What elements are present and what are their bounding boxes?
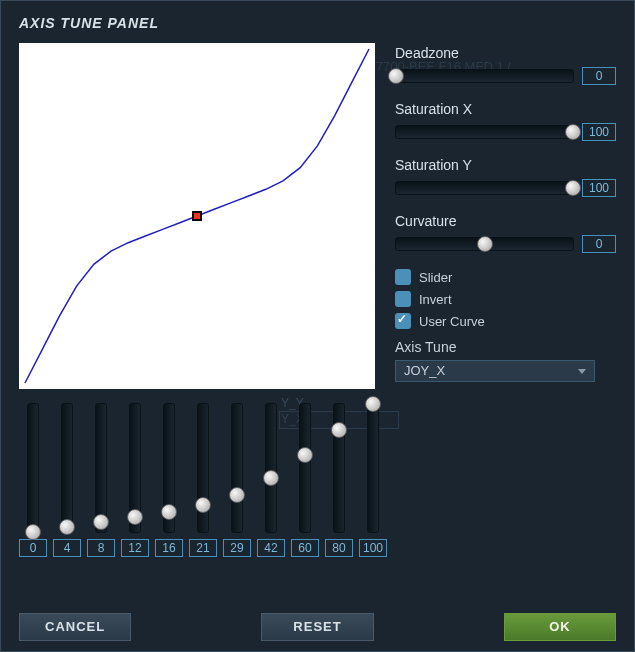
axis-tune-dropdown[interactable]: JOY_X	[395, 360, 595, 382]
checkbox-group: Slider Invert User Curve	[395, 269, 616, 329]
user-curve-slider-value[interactable]: 16	[155, 539, 183, 557]
deadzone-knob[interactable]	[388, 68, 404, 84]
satx-value[interactable]: 100	[582, 123, 616, 141]
user-curve-slider-knob[interactable]	[59, 519, 75, 535]
deadzone-label: Deadzone	[395, 45, 616, 61]
usercurve-checkbox[interactable]	[395, 313, 411, 329]
user-curve-slider-knob[interactable]	[161, 504, 177, 520]
curvature-control: Curvature 0	[395, 213, 616, 253]
user-curve-slider: 0	[19, 403, 47, 557]
cancel-button[interactable]: CANCEL	[19, 613, 131, 641]
user-curve-sliders: Y_Y Y_X 04812162129426080100	[1, 389, 634, 557]
user-curve-slider: 21	[189, 403, 217, 557]
deadzone-slider[interactable]	[395, 69, 574, 83]
user-curve-slider-knob[interactable]	[195, 497, 211, 513]
user-curve-slider-knob[interactable]	[93, 514, 109, 530]
usercurve-check-row[interactable]: User Curve	[395, 313, 616, 329]
user-curve-slider-track[interactable]	[333, 403, 345, 533]
user-curve-slider-value[interactable]: 42	[257, 539, 285, 557]
invert-check-label: Invert	[419, 292, 452, 307]
user-curve-slider: 8	[87, 403, 115, 557]
user-curve-slider-knob[interactable]	[25, 524, 41, 540]
usercurve-check-label: User Curve	[419, 314, 485, 329]
user-curve-slider-track[interactable]	[197, 403, 209, 533]
user-curve-slider-value[interactable]: 0	[19, 539, 47, 557]
axis-tune-value: JOY_X	[404, 363, 445, 378]
saty-value[interactable]: 100	[582, 179, 616, 197]
saty-knob[interactable]	[565, 180, 581, 196]
user-curve-slider-value[interactable]: 8	[87, 539, 115, 557]
deadzone-control: Deadzone 0	[395, 45, 616, 85]
user-curve-slider-value[interactable]: 29	[223, 539, 251, 557]
invert-check-row[interactable]: Invert	[395, 291, 616, 307]
panel-title: AXIS TUNE PANEL	[1, 1, 634, 41]
satx-knob[interactable]	[565, 124, 581, 140]
saty-slider[interactable]	[395, 181, 574, 195]
satx-control: Saturation X 100	[395, 101, 616, 141]
saty-control: Saturation Y 100	[395, 157, 616, 197]
button-row: CANCEL RESET OK	[1, 613, 634, 641]
user-curve-slider-value[interactable]: 4	[53, 539, 81, 557]
user-curve-slider: 4	[53, 403, 81, 557]
curve-center-marker[interactable]	[192, 211, 202, 221]
user-curve-slider-track[interactable]	[27, 403, 39, 533]
curvature-slider[interactable]	[395, 237, 574, 251]
user-curve-slider-value[interactable]: 21	[189, 539, 217, 557]
curvature-value[interactable]: 0	[582, 235, 616, 253]
user-curve-slider-track[interactable]	[163, 403, 175, 533]
user-curve-slider-track[interactable]	[231, 403, 243, 533]
curvature-label: Curvature	[395, 213, 616, 229]
invert-checkbox[interactable]	[395, 291, 411, 307]
user-curve-slider-track[interactable]	[95, 403, 107, 533]
user-curve-slider-knob[interactable]	[127, 509, 143, 525]
user-curve-slider-knob[interactable]	[263, 470, 279, 486]
controls-column: Deadzone 0 Saturation X 100	[395, 41, 616, 389]
user-curve-slider-knob[interactable]	[229, 487, 245, 503]
user-curve-slider: 12	[121, 403, 149, 557]
user-curve-slider-track[interactable]	[61, 403, 73, 533]
user-curve-slider-track[interactable]	[367, 403, 379, 533]
user-curve-slider-track[interactable]	[299, 403, 311, 533]
slider-check-row[interactable]: Slider	[395, 269, 616, 285]
satx-label: Saturation X	[395, 101, 616, 117]
user-curve-slider-track[interactable]	[265, 403, 277, 533]
main-row: Deadzone 0 Saturation X 100	[1, 41, 634, 389]
slider-check-label: Slider	[419, 270, 452, 285]
user-curve-slider: 16	[155, 403, 183, 557]
curve-graph[interactable]	[19, 43, 375, 389]
deadzone-value[interactable]: 0	[582, 67, 616, 85]
user-curve-slider-value[interactable]: 12	[121, 539, 149, 557]
user-curve-slider-track[interactable]	[129, 403, 141, 533]
user-curve-slider-value[interactable]: 80	[325, 539, 353, 557]
reset-button[interactable]: RESET	[261, 613, 373, 641]
axis-tune-label: Axis Tune	[395, 339, 616, 355]
saty-label: Saturation Y	[395, 157, 616, 173]
user-curve-slider-value[interactable]: 100	[359, 539, 387, 557]
user-curve-slider: 29	[223, 403, 251, 557]
user-curve-slider-value[interactable]: 60	[291, 539, 319, 557]
user-curve-slider-knob[interactable]	[297, 447, 313, 463]
axis-tune-panel: × Interface/ UIBaja-Black GF 0/637700-BE…	[0, 0, 635, 652]
slider-checkbox[interactable]	[395, 269, 411, 285]
curvature-knob[interactable]	[477, 236, 493, 252]
satx-slider[interactable]	[395, 125, 574, 139]
ok-button[interactable]: OK	[504, 613, 616, 641]
user-curve-slider-knob[interactable]	[331, 422, 347, 438]
user-curve-slider-knob[interactable]	[365, 396, 381, 412]
